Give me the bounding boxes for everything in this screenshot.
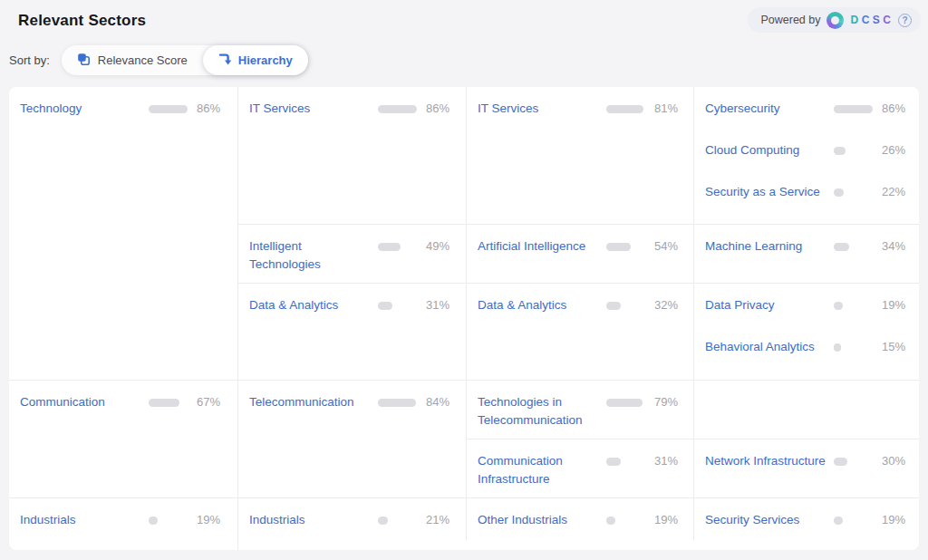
top-bar: Relevant Sectors Powered by D C S C ? (0, 0, 928, 33)
sort-toggle: Relevance Score Hierarchy (62, 45, 308, 75)
relevance-bar (834, 243, 875, 251)
sector-label[interactable]: Behavioral Analytics (705, 338, 832, 356)
sector-label[interactable]: Cloud Computing (705, 141, 832, 159)
page-title: Relevant Sectors (18, 12, 146, 30)
sector-label[interactable]: Cybersecurity (705, 100, 832, 118)
relevance-bar (606, 458, 648, 466)
help-glyph: ? (902, 15, 907, 25)
sector-label[interactable]: Other Industrials (478, 511, 604, 529)
sector-cell: Security as a Service 22% (694, 170, 919, 212)
relevance-bar (606, 517, 648, 525)
sector-row: Other Industrials 19% Security Services … (467, 498, 919, 540)
sector-label[interactable]: Technology (20, 100, 147, 118)
relevance-bar-fill (378, 302, 392, 310)
relevance-bar-fill (834, 343, 841, 352)
sector-label[interactable]: Communication (20, 393, 147, 411)
sector-label[interactable]: Intelligent Technologies (249, 237, 376, 274)
relevance-bar (378, 243, 420, 251)
sector-label[interactable]: Machine Learning (705, 237, 832, 256)
sector-label[interactable]: IT Services (249, 100, 376, 118)
sector-label[interactable]: Data & Analytics (478, 296, 604, 314)
sector-cell: Data & Analytics 31% (238, 284, 466, 380)
sector-cell: Network Infrastructure 30% (694, 439, 919, 481)
sector-cell: Communication Infrastructure 31% (467, 439, 693, 497)
sector-cell: Communication 67% (9, 381, 237, 497)
relevance-bar (606, 105, 648, 113)
relevance-bar (149, 105, 190, 113)
sort-bar: Sort by: Relevance Score Hierarchy (0, 33, 928, 75)
sector-label[interactable]: Artificial Intelligence (478, 237, 604, 256)
relevance-bar (834, 188, 875, 197)
relevance-bar-fill (606, 458, 621, 466)
sector-label[interactable]: Industrials (20, 511, 147, 529)
relevance-bar-fill (834, 458, 847, 466)
sector-label[interactable]: Data & Analytics (249, 296, 376, 314)
sector-label[interactable]: IT Services (478, 100, 604, 118)
sector-cell: Cloud Computing 26% (694, 129, 919, 170)
sector-row-technology: Technology 86% IT Services 86% IT Servic… (9, 87, 919, 381)
sector-row: Industrials 21% Other Industrials 19% (238, 498, 919, 540)
sector-row-telecommunication: Telecommunication 84% Technologies in Te… (238, 381, 919, 497)
relevance-bar-fill (606, 302, 621, 310)
sector-cell: Artificial Intelligence 54% (467, 225, 693, 283)
relevance-score-value: 19% (197, 511, 220, 529)
sector-cell: Telecommunication 84% (238, 381, 466, 497)
sector-label[interactable]: Telecommunication (249, 393, 376, 411)
relevance-bar-fill (378, 517, 388, 525)
sector-label[interactable]: Technologies in Telecommunication (478, 393, 604, 430)
sort-option-label: Relevance Score (98, 53, 188, 67)
relevance-score-value: 67% (197, 393, 220, 411)
relevance-bar (606, 302, 648, 310)
relevance-bar-fill (378, 105, 417, 113)
relevance-score-value: 15% (882, 338, 905, 356)
relevance-bar-fill (378, 399, 416, 407)
sector-row-data-analytics: Data & Analytics 31% Data & Analytics 32… (238, 284, 919, 380)
relevance-score-value: 86% (197, 100, 220, 118)
relevance-bar-fill (834, 243, 849, 251)
sector-label[interactable]: Network Infrastructure (705, 452, 832, 470)
sector-row-industrials: Industrials 19% Industrials 21% Other In… (9, 498, 919, 550)
powered-by-badge: Powered by D C S C ? (748, 7, 921, 33)
sector-label[interactable]: Data Privacy (705, 296, 832, 314)
sector-label[interactable]: Security Services (705, 511, 832, 529)
relevance-bar-fill (149, 517, 158, 525)
relevance-score-value: 19% (654, 511, 678, 529)
relevance-bar (149, 399, 190, 407)
sector-cell: IT Services 86% (238, 87, 466, 224)
relevance-bar-fill (606, 517, 615, 525)
sort-option-relevance-score[interactable]: Relevance Score (62, 45, 203, 75)
relevance-score-value: 49% (426, 237, 450, 256)
relevance-bar-fill (606, 399, 643, 407)
relevance-bar (149, 517, 190, 525)
relevance-score-value: 86% (426, 100, 450, 118)
relevance-bar-fill (149, 105, 188, 113)
relevance-bar-fill (834, 517, 843, 525)
sector-cell: Cybersecurity 86% (694, 87, 919, 129)
arrow-turn-down-icon (218, 52, 231, 69)
brand-letter: S (873, 14, 881, 26)
relevance-bar (378, 302, 420, 310)
sector-label[interactable]: Communication Infrastructure (478, 452, 604, 488)
help-icon[interactable]: ? (898, 14, 912, 27)
sectors-table: Technology 86% IT Services 86% IT Servic… (9, 87, 919, 550)
sector-row: Data & Analytics 32% Data Privacy 19% (467, 284, 919, 380)
sector-cell: Behavioral Analytics 15% (694, 325, 919, 367)
empty-cell (694, 381, 919, 422)
sector-label[interactable]: Security as a Service (705, 183, 832, 201)
relevance-bar (834, 302, 875, 310)
sort-option-hierarchy[interactable]: Hierarchy (203, 45, 308, 75)
sector-row: IT Services 81% Cybersecurity 86% C (467, 87, 919, 224)
relevance-score-value: 30% (882, 452, 905, 470)
relevance-bar-fill (606, 243, 631, 251)
sector-cell: Industrials 21% (238, 498, 466, 540)
relevance-score-value: 32% (654, 296, 678, 314)
sector-row: Technologies in Telecommunication 79% (467, 381, 919, 439)
relevance-bar (606, 399, 648, 407)
relevance-score-value: 54% (654, 237, 678, 256)
sector-label[interactable]: Industrials (249, 511, 376, 529)
relevance-score-value: 21% (426, 511, 450, 529)
relevance-bar (378, 399, 420, 407)
sector-cell: Intelligent Technologies 49% (238, 225, 466, 283)
sector-row-intelligent-technologies: Intelligent Technologies 49% Artificial … (238, 225, 919, 284)
sector-row: Artificial Intelligence 54% Machine Lear… (467, 225, 919, 283)
